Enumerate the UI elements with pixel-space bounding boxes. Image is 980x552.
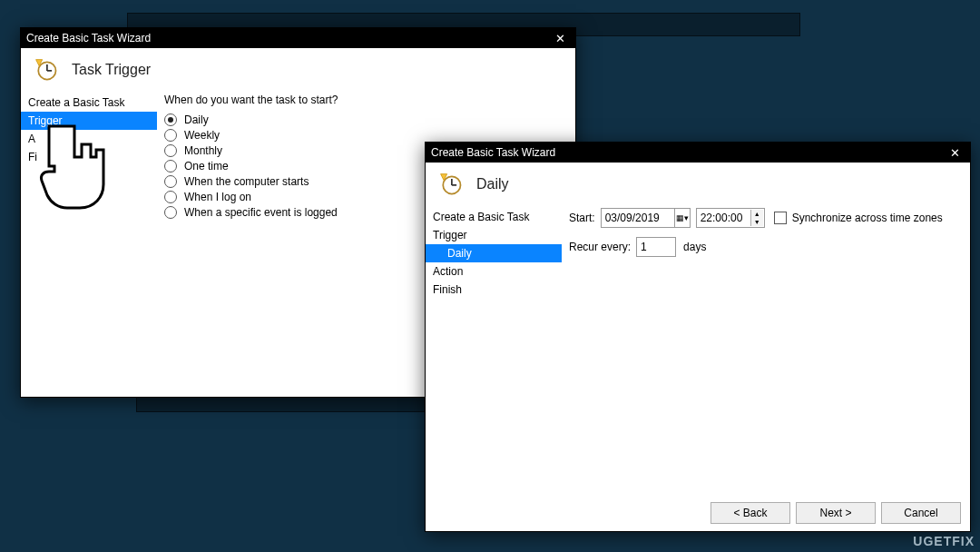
- wizard-icon: [34, 57, 59, 83]
- window-title: Create Basic Task Wizard: [26, 32, 550, 44]
- wizard-icon: [438, 172, 464, 197]
- sidebar-item[interactable]: Trigger: [426, 226, 562, 244]
- radio-icon[interactable]: [164, 175, 177, 188]
- radio-icon[interactable]: [164, 206, 177, 219]
- sidebar-item[interactable]: Create a Basic Task: [21, 94, 157, 112]
- titlebar[interactable]: Create Basic Task Wizard ✕: [426, 143, 970, 163]
- spinner-arrows[interactable]: ▲▼: [750, 210, 763, 226]
- radio-label: When the computer starts: [184, 175, 309, 188]
- close-icon[interactable]: ✕: [550, 30, 570, 46]
- sidebar-item[interactable]: Finish: [426, 281, 562, 299]
- radio-icon[interactable]: [164, 144, 177, 157]
- recur-input[interactable]: 1: [636, 237, 676, 257]
- radio-icon[interactable]: [164, 160, 177, 172]
- start-time-value: 22:00:00: [701, 212, 743, 224]
- daily-window: Create Basic Task Wizard ✕ Daily Create …: [425, 142, 971, 532]
- radio-icon[interactable]: [164, 191, 177, 203]
- radio-label: When a specific event is logged: [184, 206, 338, 219]
- watermark: UGETFIX: [913, 534, 975, 548]
- prompt-text: When do you want the task to start?: [164, 94, 561, 106]
- close-icon[interactable]: ✕: [945, 144, 965, 161]
- calendar-icon[interactable]: ▦▾: [675, 208, 691, 228]
- footer: < Back Next > Cancel: [426, 497, 970, 531]
- next-button[interactable]: Next >: [796, 502, 876, 524]
- radio-option[interactable]: Daily: [164, 113, 561, 126]
- cancel-button[interactable]: Cancel: [881, 502, 961, 524]
- radio-label: Daily: [184, 113, 209, 126]
- sidebar: Create a Basic TaskTriggerAFi: [21, 90, 157, 362]
- radio-icon[interactable]: [164, 129, 177, 142]
- sidebar-item[interactable]: A: [21, 130, 157, 148]
- sidebar-item[interactable]: Daily: [426, 244, 562, 262]
- recur-label: Recur every:: [569, 241, 631, 253]
- sidebar-item[interactable]: Trigger: [21, 112, 157, 130]
- start-date-input[interactable]: 03/09/2019: [601, 208, 675, 228]
- page-title: Daily: [476, 176, 509, 192]
- radio-label: Weekly: [184, 129, 220, 142]
- sidebar: Create a Basic TaskTriggerDailyActionFin…: [426, 204, 562, 497]
- sync-label: Synchronize across time zones: [792, 212, 943, 224]
- sync-checkbox[interactable]: [774, 212, 787, 224]
- radio-label: One time: [184, 160, 229, 172]
- window-title: Create Basic Task Wizard: [431, 146, 945, 159]
- back-button[interactable]: < Back: [710, 502, 790, 524]
- recur-unit: days: [683, 241, 706, 253]
- page-title: Task Trigger: [72, 62, 151, 78]
- titlebar[interactable]: Create Basic Task Wizard ✕: [21, 28, 575, 48]
- start-time-input[interactable]: 22:00:00 ▲▼: [696, 208, 765, 228]
- start-label: Start:: [569, 212, 595, 224]
- radio-icon[interactable]: [164, 113, 177, 126]
- radio-option[interactable]: Weekly: [164, 129, 561, 142]
- radio-label: Monthly: [184, 144, 222, 157]
- content-pane: Start: 03/09/2019 ▦▾ 22:00:00 ▲▼ Synchro…: [562, 204, 970, 497]
- sidebar-item[interactable]: Action: [426, 262, 562, 281]
- sidebar-item[interactable]: Create a Basic Task: [426, 208, 562, 226]
- sidebar-item[interactable]: Fi: [21, 148, 157, 166]
- radio-label: When I log on: [184, 191, 251, 203]
